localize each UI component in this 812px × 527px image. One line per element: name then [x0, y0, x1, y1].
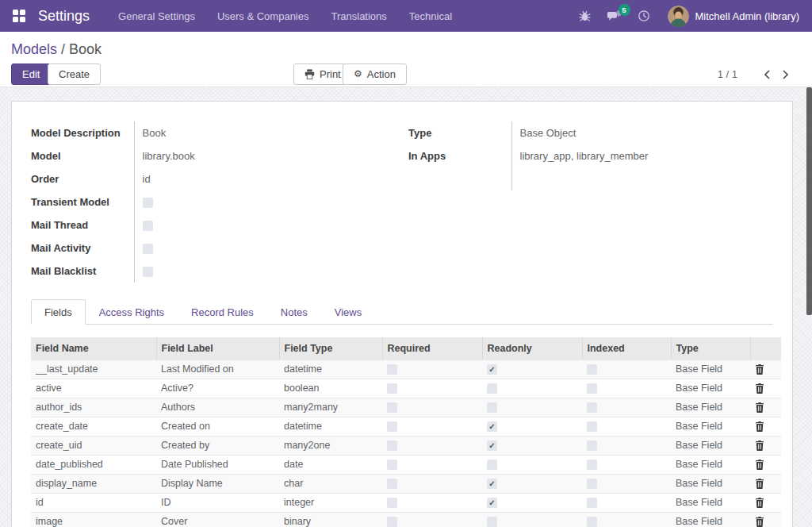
- list-header-row: Field NameField LabelField TypeRequiredR…: [31, 337, 781, 360]
- cell-field-name: date_published: [31, 455, 156, 474]
- trash-icon: [755, 440, 764, 451]
- checkbox-indexed: [587, 517, 597, 527]
- table-row-active[interactable]: activeActive?booleanBase Field: [31, 379, 781, 398]
- cell-readonly: [482, 379, 582, 398]
- checkbox-required: [387, 460, 397, 470]
- activities-button[interactable]: [630, 3, 658, 29]
- button-row: Edit Create Print ⚙ Action 1 / 1: [0, 63, 812, 86]
- table-row-author-ids[interactable]: author_idsAuthorsmany2manyBase Field: [31, 398, 781, 417]
- user-menu[interactable]: Mitchell Admin (library): [695, 10, 799, 22]
- cell-indexed: [582, 417, 671, 436]
- table-row-create-date[interactable]: create_dateCreated ondatetimeBase Field: [31, 417, 781, 436]
- tab-notes[interactable]: Notes: [267, 299, 321, 325]
- delete-row-button[interactable]: [750, 417, 781, 436]
- cell-type: Base Field: [671, 474, 750, 493]
- printer-icon: [304, 69, 315, 79]
- delete-row-button[interactable]: [750, 436, 781, 455]
- cell-indexed: [582, 398, 671, 417]
- table-row-date-published[interactable]: date_publishedDate PublisheddateBase Fie…: [31, 455, 781, 474]
- form-value-model: library.book: [134, 144, 396, 167]
- message-count-badge: 5: [619, 4, 630, 16]
- cell-field-type: char: [279, 474, 382, 493]
- trash-icon: [755, 498, 764, 508]
- col-header-readonly[interactable]: Readonly: [482, 337, 582, 360]
- nav-item-technical[interactable]: Technical: [398, 0, 463, 33]
- checkbox-readonly: [487, 364, 497, 375]
- delete-row-button[interactable]: [750, 455, 781, 474]
- form-label-in-apps: In Apps: [408, 144, 511, 167]
- notebook-tabs: FieldsAccess RightsRecord RulesNotesView…: [31, 299, 773, 325]
- delete-row-button[interactable]: [750, 512, 781, 527]
- cell-field-label: Cover: [156, 512, 279, 527]
- cell-indexed: [582, 493, 671, 512]
- col-header-type[interactable]: Type: [671, 337, 750, 360]
- control-panel: Models / Book Edit Create Print ⚙ Action…: [0, 32, 812, 87]
- checkbox-readonly: [487, 460, 497, 470]
- col-header-field-name[interactable]: Field Name: [31, 337, 156, 360]
- table-row-id[interactable]: idIDintegerBase Field: [31, 493, 781, 512]
- table-row-display-name[interactable]: display_nameDisplay NamecharBase Field: [31, 474, 781, 493]
- form-left-group: Model DescriptionBookModellibrary.bookOr…: [31, 121, 396, 283]
- form-value-mail-thread: [134, 213, 396, 237]
- tab-views[interactable]: Views: [321, 299, 375, 325]
- cell-readonly: [482, 474, 582, 493]
- form-row-model: Modellibrary.book: [31, 144, 396, 167]
- avatar[interactable]: [668, 6, 689, 27]
- cell-type: Base Field: [671, 493, 750, 512]
- nav-item-general-settings[interactable]: General Settings: [107, 0, 206, 33]
- trash-icon: [755, 364, 764, 375]
- pager-value: 1 / 1: [718, 68, 737, 80]
- delete-row-button[interactable]: [750, 493, 781, 512]
- checkbox-required: [387, 364, 397, 375]
- clock-icon: [638, 10, 650, 22]
- cell-required: [382, 493, 482, 512]
- table-row-image[interactable]: imageCoverbinaryBase Field: [31, 512, 781, 527]
- checkbox-required: [387, 440, 397, 451]
- messages-button[interactable]: 5: [599, 3, 630, 29]
- nav-item-users-companies[interactable]: Users & Companies: [206, 0, 320, 33]
- vertical-scrollbar[interactable]: [806, 87, 812, 527]
- cell-readonly: [482, 398, 582, 417]
- tab-record-rules[interactable]: Record Rules: [178, 299, 267, 325]
- debug-menu-button[interactable]: [571, 3, 599, 29]
- form-label-mail-blacklist: Mail Blacklist: [31, 260, 134, 283]
- action-button[interactable]: ⚙ Action: [343, 63, 407, 85]
- trash-icon: [755, 460, 764, 470]
- checkbox-readonly: [487, 402, 497, 413]
- col-header-required[interactable]: Required: [382, 337, 482, 360]
- cell-field-label: ID: [156, 493, 279, 512]
- tab-access-rights[interactable]: Access Rights: [86, 299, 178, 325]
- tab-fields[interactable]: Fields: [31, 299, 86, 325]
- nav-item-translations[interactable]: Translations: [320, 0, 398, 33]
- app-title[interactable]: Settings: [38, 8, 90, 25]
- list-body: __last_updateLast Modified ondatetimeBas…: [31, 360, 781, 527]
- cell-type: Base Field: [671, 360, 750, 379]
- edit-button[interactable]: Edit: [11, 63, 51, 85]
- breadcrumb-models-link[interactable]: Models: [11, 41, 57, 57]
- form-row-in-apps: In Appslibrary_app, library_member: [408, 144, 773, 167]
- cell-type: Base Field: [671, 436, 750, 455]
- table-row-last-update[interactable]: __last_updateLast Modified ondatetimeBas…: [31, 360, 781, 379]
- form-label-order: Order: [31, 167, 134, 190]
- form-value-order: id: [134, 167, 396, 190]
- delete-row-button[interactable]: [750, 398, 781, 417]
- delete-row-button[interactable]: [750, 360, 781, 379]
- col-header-indexed[interactable]: Indexed: [582, 337, 671, 360]
- table-row-create-uid[interactable]: create_uidCreated bymany2oneBase Field: [31, 436, 781, 455]
- col-header-field-type[interactable]: Field Type: [279, 337, 382, 360]
- delete-row-button[interactable]: [750, 379, 781, 398]
- col-header-empty: [750, 337, 781, 360]
- cell-field-name: create_date: [31, 417, 156, 436]
- apps-menu-icon[interactable]: [13, 10, 25, 22]
- trash-icon: [755, 402, 764, 413]
- cell-readonly: [482, 455, 582, 474]
- pager-previous-button[interactable]: [758, 67, 776, 83]
- delete-row-button[interactable]: [750, 474, 781, 493]
- pager-next-button[interactable]: [776, 67, 795, 83]
- cell-required: [382, 436, 482, 455]
- col-header-field-label[interactable]: Field Label: [156, 337, 279, 360]
- cell-field-name: id: [31, 493, 156, 512]
- checkbox-required: [387, 421, 397, 432]
- scrollbar-thumb[interactable]: [806, 87, 812, 315]
- create-button[interactable]: Create: [48, 63, 101, 85]
